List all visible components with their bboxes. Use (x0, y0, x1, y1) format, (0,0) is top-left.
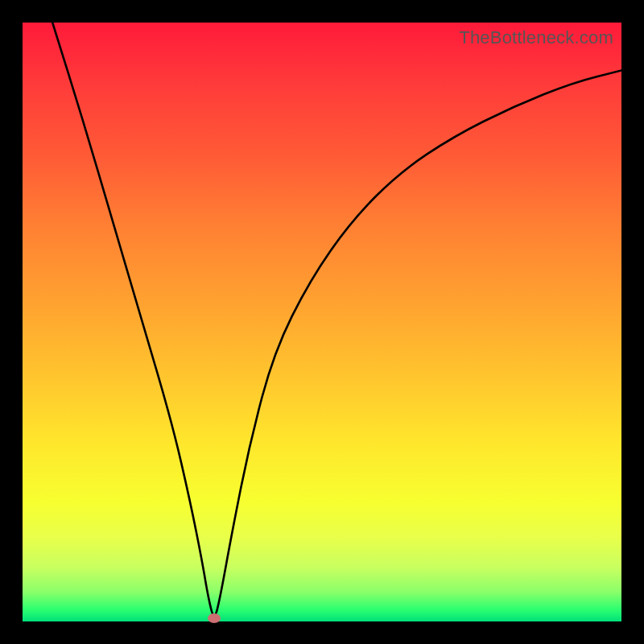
watermark-text: TheBottleneck.com (459, 27, 613, 48)
chart-frame: TheBottleneck.com (0, 0, 644, 644)
bottleneck-curve (23, 23, 621, 621)
minimum-marker (208, 613, 221, 623)
plot-area: TheBottleneck.com (23, 23, 621, 621)
